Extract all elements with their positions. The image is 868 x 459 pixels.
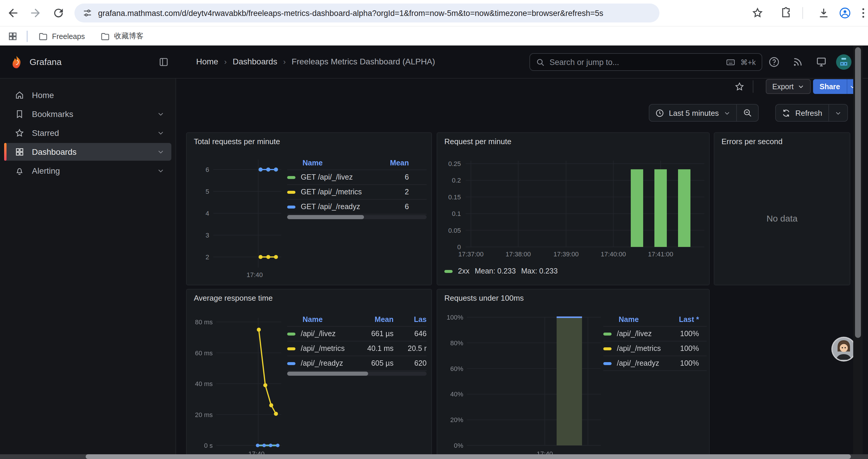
- toolbar-divider: [802, 7, 803, 19]
- chevron-down-icon[interactable]: [157, 167, 164, 174]
- share-button[interactable]: Share: [813, 79, 847, 94]
- legend-table[interactable]: NameMeanLas/api/_/livez661 µs646/api/_/m…: [287, 313, 427, 371]
- svg-text:4: 4: [206, 210, 209, 217]
- chevron-down-icon[interactable]: [157, 148, 164, 155]
- export-button[interactable]: Export: [766, 79, 811, 94]
- refresh-label: Refresh: [795, 108, 822, 117]
- extensions-icon[interactable]: [780, 6, 793, 20]
- svg-text:0: 0: [457, 243, 461, 251]
- help-icon[interactable]: [768, 56, 780, 68]
- legend-table[interactable]: NameLast */api/_/livez100%/api/_/metrics…: [603, 313, 707, 371]
- time-range-button[interactable]: Last 5 minutes: [649, 104, 736, 121]
- download-icon[interactable]: [817, 6, 830, 20]
- svg-text:0.25: 0.25: [448, 160, 461, 167]
- bookmark-star-icon[interactable]: [751, 6, 764, 20]
- legend-col-value[interactable]: Las: [394, 315, 427, 323]
- sidebar-item-dashboards[interactable]: Dashboards: [4, 143, 172, 161]
- sidebar-item-label: Starred: [32, 128, 59, 138]
- breadcrumb-home[interactable]: Home: [196, 57, 218, 66]
- svg-text:2: 2: [206, 254, 209, 261]
- favorite-star-icon[interactable]: [735, 81, 745, 92]
- reload-icon[interactable]: [52, 6, 65, 20]
- breadcrumb-current: Freeleaps Metrics Dashboard (ALPHA): [291, 57, 435, 66]
- share-split-button[interactable]: Share: [813, 79, 859, 94]
- svg-text:0.1: 0.1: [452, 210, 461, 218]
- kiosk-monitor-icon[interactable]: [815, 56, 827, 68]
- sidebar-item-starred[interactable]: Starred: [4, 124, 172, 142]
- legend-row-2xx[interactable]: 2xx Mean: 0.233 Max: 0.233: [444, 267, 558, 275]
- legend-col-name[interactable]: Name: [287, 159, 373, 167]
- legend-scrollbar[interactable]: [287, 371, 427, 376]
- bookmark-folder-blogs[interactable]: 收藏博客: [100, 30, 144, 43]
- legend-col-value[interactable]: Mean: [373, 159, 409, 167]
- url-text: grafana.mathmast.com/d/deytv4rwavabkb/fr…: [98, 8, 603, 18]
- dock-sidebar-icon[interactable]: [158, 57, 169, 67]
- panel-title[interactable]: Errors per second: [721, 137, 783, 146]
- svg-text:17:40:00: 17:40:00: [601, 251, 626, 258]
- sidebar-item-alerting[interactable]: Alerting: [4, 162, 172, 179]
- nav-sidebar: Home Bookmarks Starred Dashboards Alerti…: [0, 78, 176, 459]
- chevron-down-icon[interactable]: [157, 129, 164, 136]
- svg-text:0%: 0%: [454, 442, 463, 449]
- bookmark-folder-freeleaps[interactable]: Freeleaps: [38, 30, 85, 43]
- chevron-down-icon[interactable]: [157, 110, 164, 118]
- series-swatch: [444, 270, 453, 273]
- menu-kebab-icon[interactable]: [857, 6, 868, 20]
- legend-row[interactable]: GET /api/_/livez6: [287, 169, 427, 184]
- time-range-label: Last 5 minutes: [669, 108, 719, 117]
- legend-col-name[interactable]: Name: [287, 315, 351, 323]
- back-icon[interactable]: [6, 6, 20, 20]
- series-name: GET /api/_/readyz: [301, 203, 373, 211]
- zoom-out-button[interactable]: [736, 104, 758, 121]
- breadcrumb-dashboards[interactable]: Dashboards: [232, 57, 277, 66]
- svg-text:5: 5: [206, 188, 209, 195]
- apps-grid-icon[interactable]: [8, 31, 18, 41]
- floating-assistant-avatar[interactable]: [831, 336, 857, 362]
- product-name: Grafana: [30, 57, 61, 67]
- search-input[interactable]: Search or jump to... ⌘+k: [529, 53, 762, 71]
- legend-row[interactable]: /api/_/metrics100%: [603, 341, 707, 356]
- series-swatch: [287, 347, 296, 350]
- profile-icon[interactable]: [838, 6, 851, 20]
- legend-col-name[interactable]: Name: [603, 315, 668, 323]
- horizontal-scrollbar-thumb[interactable]: [86, 454, 851, 459]
- legend-row[interactable]: GET /api/_/metrics2: [287, 184, 427, 199]
- refresh-interval-dropdown[interactable]: [828, 104, 847, 121]
- home-icon: [15, 90, 24, 100]
- user-avatar[interactable]: [836, 54, 851, 70]
- site-settings-icon[interactable]: [83, 8, 92, 18]
- browser-toolbar: grafana.mathmast.com/d/deytv4rwavabkb/fr…: [0, 0, 868, 26]
- bookmarks-bar: Freeleaps 收藏博客: [0, 26, 868, 46]
- legend-col-value[interactable]: Mean: [351, 315, 394, 323]
- news-rss-icon[interactable]: [792, 56, 804, 68]
- search-placeholder: Search or jump to...: [550, 58, 721, 66]
- series-max: Max: 0.233: [521, 267, 558, 275]
- legend-row[interactable]: /api/_/readyz605 µs620: [287, 356, 427, 371]
- legend-row[interactable]: /api/_/readyz100%: [603, 356, 707, 371]
- series-value: 20.5 r: [394, 345, 427, 353]
- refresh-button[interactable]: Refresh: [776, 104, 828, 121]
- legend-row[interactable]: /api/_/metrics40.1 ms20.5 r: [287, 341, 427, 356]
- forward-icon[interactable]: [29, 6, 42, 20]
- refresh-picker[interactable]: Refresh: [775, 104, 848, 122]
- vertical-scrollbar-thumb[interactable]: [855, 47, 861, 338]
- time-range-picker[interactable]: Last 5 minutes: [649, 104, 758, 122]
- legend-col-value[interactable]: Last *: [668, 315, 699, 323]
- sidebar-item-home[interactable]: Home: [4, 86, 172, 104]
- panel-request-per-minute: Request per minute 0.250.20.150.10.05017…: [437, 132, 710, 285]
- legend-table[interactable]: NameMeanGET /api/_/livez6GET /api/_/metr…: [287, 156, 427, 215]
- share-label: Share: [819, 83, 840, 91]
- grafana-logo[interactable]: [9, 55, 24, 69]
- legend-row[interactable]: /api/_/livez661 µs646: [287, 326, 427, 341]
- legend-scrollbar[interactable]: [287, 215, 427, 219]
- series-swatch: [603, 332, 612, 335]
- legend-row[interactable]: /api/_/livez100%: [603, 326, 707, 341]
- legend-row[interactable]: GET /api/_/readyz6: [287, 199, 427, 215]
- chevron-down-icon: [835, 109, 841, 116]
- series-swatch: [287, 332, 296, 335]
- svg-text:6: 6: [206, 166, 209, 173]
- sidebar-item-bookmarks[interactable]: Bookmarks: [4, 105, 172, 123]
- keyboard-icon: [725, 57, 736, 67]
- url-bar[interactable]: grafana.mathmast.com/d/deytv4rwavabkb/fr…: [74, 4, 659, 23]
- sidebar-item-label: Alerting: [32, 166, 60, 175]
